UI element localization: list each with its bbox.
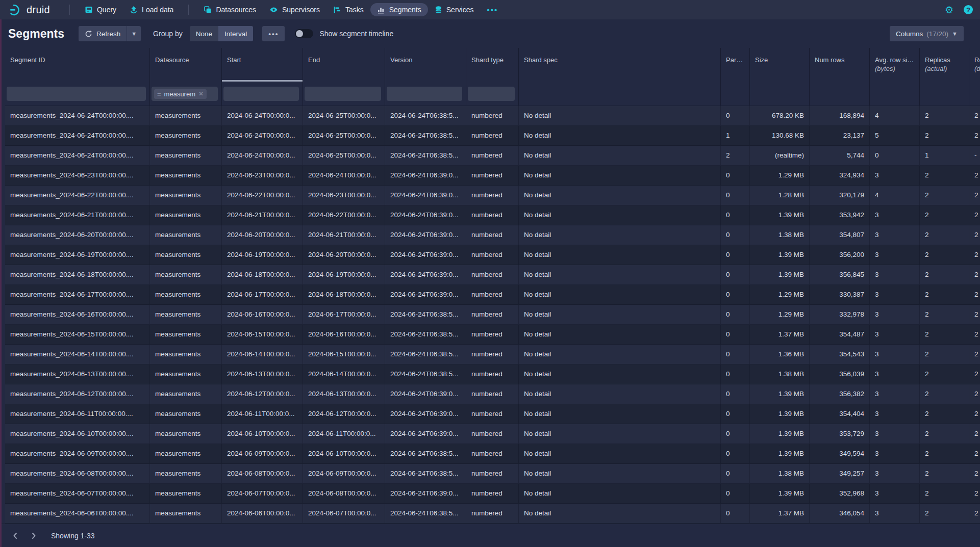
gear-icon[interactable]: ⚙ [945,5,953,15]
filter-datasource-input[interactable]: = measurem ✕ [152,87,218,101]
column-header-shard-spec[interactable]: Shard spec [519,48,721,82]
cell-version[interactable]: 2024-06-24T06:38:5... [385,345,466,364]
cell-start[interactable]: 2024-06-08T00:00:0... [222,464,303,484]
cell-id[interactable]: measurements_2024-06-10T00:00:00.... [5,424,150,444]
cell-id[interactable]: measurements_2024-06-13T00:00:00.... [5,364,150,384]
filter-shard-type-input[interactable] [468,87,515,101]
cell-start[interactable]: 2024-06-12T00:00:0... [222,384,303,404]
cell-datasource[interactable]: measurements [150,484,222,504]
cell-shard-spec[interactable]: No detail [519,126,721,146]
cell-shard-spec[interactable]: No detail [519,305,721,325]
nav-more-button[interactable]: ••• [480,3,505,17]
cell-shard-type[interactable]: numbered [466,504,519,524]
filter-start-input[interactable] [223,87,299,101]
cell-shard-spec[interactable]: No detail [519,384,721,404]
druid-logo[interactable]: druid [9,3,50,16]
cell-end[interactable]: 2024-06-14T00:00:0... [303,364,385,384]
cell-datasource[interactable]: measurements [150,225,222,245]
column-header-version[interactable]: Version [385,48,466,82]
cell-shard-type[interactable]: numbered [466,186,519,205]
cell-datasource[interactable]: measurements [150,345,222,364]
cell-shard-type[interactable]: numbered [466,126,519,146]
cell-end[interactable]: 2024-06-22T00:00:0... [303,205,385,225]
cell-shard-type[interactable]: numbered [466,106,519,126]
cell-shard-type[interactable]: numbered [466,345,519,364]
column-header-replication-factor[interactable]: Replication factor(desired) [969,48,980,82]
nav-item-services[interactable]: Services [428,3,481,16]
cell-start[interactable]: 2024-06-14T00:00:0... [222,345,303,364]
cell-version[interactable]: 2024-06-24T06:38:5... [385,126,466,146]
cell-id[interactable]: measurements_2024-06-24T00:00:00.... [5,126,150,146]
cell-start[interactable]: 2024-06-17T00:00:0... [222,285,303,305]
cell-id[interactable]: measurements_2024-06-14T00:00:00.... [5,345,150,364]
cell-start[interactable]: 2024-06-18T00:00:0... [222,265,303,285]
column-header-segment-id[interactable]: Segment ID [5,48,150,82]
cell-version[interactable]: 2024-06-24T06:39:0... [385,186,466,205]
cell-shard-type[interactable]: numbered [466,404,519,424]
cell-end[interactable]: 2024-06-19T00:00:0... [303,265,385,285]
cell-version[interactable]: 2024-06-24T06:39:0... [385,166,466,186]
cell-start[interactable]: 2024-06-15T00:00:0... [222,325,303,345]
help-icon[interactable]: ? [964,5,973,14]
chevron-right-icon[interactable] [27,529,41,543]
nav-item-datasources[interactable]: Datasources [197,3,263,16]
cell-end[interactable]: 2024-06-24T00:00:0... [303,166,385,186]
cell-shard-type[interactable]: numbered [466,225,519,245]
nav-item-query[interactable]: Query [78,3,123,16]
cell-start[interactable]: 2024-06-07T00:00:0... [222,484,303,504]
cell-shard-type[interactable]: numbered [466,265,519,285]
cell-end[interactable]: 2024-06-25T00:00:0... [303,106,385,126]
cell-shard-spec[interactable]: No detail [519,444,721,464]
cell-datasource[interactable]: measurements [150,186,222,205]
cell-shard-spec[interactable]: No detail [519,364,721,384]
cell-end[interactable]: 2024-06-12T00:00:0... [303,404,385,424]
cell-datasource[interactable]: measurements [150,384,222,404]
nav-item-load-data[interactable]: Load data [123,3,180,16]
cell-start[interactable]: 2024-06-24T00:00:0... [222,106,303,126]
column-header-shard-type[interactable]: Shard type [466,48,519,82]
cell-shard-spec[interactable]: No detail [519,325,721,345]
cell-datasource[interactable]: measurements [150,205,222,225]
cell-end[interactable]: 2024-06-13T00:00:0... [303,384,385,404]
cell-start[interactable]: 2024-06-16T00:00:0... [222,305,303,325]
nav-item-tasks[interactable]: Tasks [326,3,370,16]
cell-end[interactable]: 2024-06-08T00:00:0... [303,484,385,504]
cell-id[interactable]: measurements_2024-06-12T00:00:00.... [5,384,150,404]
cell-shard-spec[interactable]: No detail [519,504,721,524]
cell-id[interactable]: measurements_2024-06-11T00:00:00.... [5,404,150,424]
cell-start[interactable]: 2024-06-24T00:00:0... [222,146,303,166]
cell-end[interactable]: 2024-06-20T00:00:0... [303,245,385,265]
refresh-button[interactable]: Refresh [79,26,127,41]
cell-end[interactable]: 2024-06-21T00:00:0... [303,225,385,245]
cell-datasource[interactable]: measurements [150,166,222,186]
cell-end[interactable]: 2024-06-25T00:00:0... [303,146,385,166]
cell-id[interactable]: measurements_2024-06-24T00:00:00.... [5,106,150,126]
cell-version[interactable]: 2024-06-24T06:39:0... [385,285,466,305]
cell-version[interactable]: 2024-06-24T06:39:0... [385,225,466,245]
cell-start[interactable]: 2024-06-11T00:00:0... [222,404,303,424]
toolbar-more-button[interactable]: ••• [262,26,285,41]
cell-end[interactable]: 2024-06-18T00:00:0... [303,285,385,305]
nav-item-supervisors[interactable]: Supervisors [263,3,326,16]
cell-shard-type[interactable]: numbered [466,424,519,444]
cell-end[interactable]: 2024-06-11T00:00:0... [303,424,385,444]
cell-end[interactable]: 2024-06-16T00:00:0... [303,325,385,345]
cell-end[interactable]: 2024-06-07T00:00:0... [303,504,385,524]
cell-shard-spec[interactable]: No detail [519,225,721,245]
column-header-end[interactable]: End [303,48,385,82]
nav-item-segments[interactable]: Segments [370,3,428,16]
cell-shard-spec[interactable]: No detail [519,484,721,504]
cell-shard-type[interactable]: numbered [466,464,519,484]
cell-end[interactable]: 2024-06-09T00:00:0... [303,464,385,484]
columns-button[interactable]: Columns (17/20) ▼ [890,26,964,41]
cell-version[interactable]: 2024-06-24T06:39:0... [385,384,466,404]
cell-start[interactable]: 2024-06-21T00:00:0... [222,205,303,225]
cell-version[interactable]: 2024-06-24T06:39:0... [385,424,466,444]
cell-shard-type[interactable]: numbered [466,285,519,305]
filter-version-input[interactable] [387,87,462,101]
cell-start[interactable]: 2024-06-23T00:00:0... [222,166,303,186]
cell-datasource[interactable]: measurements [150,364,222,384]
cell-id[interactable]: measurements_2024-06-21T00:00:00.... [5,205,150,225]
cell-start[interactable]: 2024-06-10T00:00:0... [222,424,303,444]
cell-id[interactable]: measurements_2024-06-16T00:00:00.... [5,305,150,325]
